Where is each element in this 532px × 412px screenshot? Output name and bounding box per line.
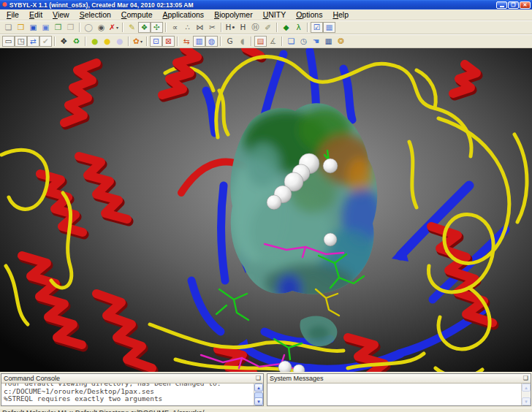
bond-tool-icon-glyph: ⋈ [196, 23, 204, 31]
export-image-icon-glyph: ❐ [55, 23, 61, 31]
save-icon[interactable]: ▣ [27, 22, 39, 33]
detach-panel-icon[interactable]: ❏ [256, 375, 261, 381]
scroll-up-icon[interactable]: ▲ [254, 384, 263, 392]
remote-display-icon[interactable]: ▦ [322, 36, 335, 47]
center-view-icon[interactable]: ✥ [58, 36, 70, 47]
refresh-view-icon[interactable]: ⇄ [27, 36, 39, 47]
toolbar-separator [307, 23, 308, 32]
system-messages-header[interactable]: System Messages ❏ [267, 374, 531, 384]
sketch-molecule-icon[interactable]: ✎ [126, 22, 138, 33]
new-file-icon[interactable]: ❏ [2, 22, 15, 33]
add-light-icon[interactable]: ● [88, 36, 101, 47]
add-label-icon[interactable]: ⊡ [150, 36, 162, 47]
dropdown-caret-icon: ▾ [140, 39, 142, 44]
sphere-display-icon[interactable]: ◍ [205, 36, 218, 47]
menu-item-biopolymer[interactable]: Biopolymer [209, 9, 258, 20]
license-icon-glyph: ❂ [338, 37, 344, 45]
show-hydrogens-icon-glyph: H [240, 23, 246, 31]
scroll-down-icon[interactable]: ▼ [254, 397, 263, 405]
menu-item-help[interactable]: Help [327, 9, 354, 20]
light-off-icon[interactable]: ● [113, 36, 126, 47]
scroll-up-icon[interactable]: ▲ [522, 384, 531, 392]
status-bar: Default Molecule: M1 :: Default Director… [0, 408, 532, 412]
save-as-icon[interactable]: ▣ [39, 22, 52, 33]
command-console-body[interactable]: Your default viewing directory, has been… [1, 384, 263, 405]
import-icon[interactable]: ❐ [64, 22, 77, 33]
open-file-icon[interactable]: ❒ [15, 22, 27, 33]
light-on-icon[interactable]: ● [101, 36, 113, 47]
add-hydrogens-icon[interactable]: H• [224, 22, 237, 33]
mouse-settings-icon[interactable]: ◖ [236, 36, 248, 47]
probe-tool-icon[interactable]: ✐ [262, 22, 274, 33]
remove-label-icon[interactable]: ⊠ [162, 36, 175, 47]
console-scrollbar[interactable]: ▲ ▼ [254, 384, 263, 405]
toolbar-separator [79, 23, 80, 32]
lasso-select-icon[interactable]: ◯ [83, 22, 95, 33]
menu-item-unity[interactable]: UNITY [258, 9, 292, 20]
add-label-icon-glyph: ⊡ [153, 37, 159, 45]
export-image-icon[interactable]: ❐ [52, 22, 64, 33]
delete-icon[interactable]: ✗▾ [107, 22, 120, 33]
status-text: Default Molecule: M1 :: Default Director… [2, 408, 204, 412]
menu-item-compute[interactable]: Compute [116, 9, 158, 20]
swap-colors-icon[interactable]: ⇆ [180, 36, 193, 47]
show-hydrogens-icon[interactable]: H [237, 22, 249, 33]
snapshot-icon-glyph: ◉ [98, 23, 104, 31]
window-manager-icon[interactable]: ❏ [285, 36, 297, 47]
join-atoms-icon-glyph: ∝ [172, 23, 178, 31]
detach-panel-icon[interactable]: ❏ [523, 375, 528, 381]
view-molecule-icon[interactable]: ❖ [138, 22, 151, 33]
hide-hydrogens-icon[interactable]: Ⓗ [249, 22, 262, 33]
menu-item-view[interactable]: View [48, 9, 75, 20]
system-messages-title: System Messages [270, 375, 523, 382]
fit-view-icon[interactable]: ◳ [15, 36, 27, 47]
apply-view-icon[interactable]: ✔ [39, 36, 52, 47]
viewport-3d[interactable] [0, 48, 532, 372]
license-icon[interactable]: ❂ [335, 36, 347, 47]
edit-molecule-icon[interactable]: ✣ [151, 22, 163, 33]
system-messages-body[interactable]: ▲ ▼ [267, 384, 531, 405]
close-button[interactable]: ✕ [520, 1, 531, 9]
display-window-icon-glyph: ▭ [5, 37, 12, 45]
restore-button[interactable]: ❐ [508, 1, 519, 9]
toolbar-row-2: ▭◳⇄✔✥♻●●●✿▾⊡⊠⇆▥◍G◖▤∡❏◷☚▦❂ [0, 34, 532, 48]
recenter-molecule-icon[interactable]: ♻ [70, 36, 83, 47]
display-window-icon[interactable]: ▭ [2, 36, 15, 47]
snapshot-icon[interactable]: ◉ [95, 22, 107, 33]
chirality-icon[interactable]: ∡ [267, 36, 279, 47]
minimize-button[interactable] [496, 1, 507, 9]
depth-cue-icon[interactable]: ▥ [193, 36, 205, 47]
menu-item-file[interactable]: File [1, 9, 24, 20]
title-bar[interactable]: ✺ SYBYL-X 1.1 (winnt_os5x), Created Mar … [0, 0, 532, 9]
measure-tool-icon[interactable]: λ [292, 22, 305, 33]
toolbar-separator [85, 37, 86, 46]
chirality-icon-glyph: ∡ [270, 37, 276, 45]
menu-item-applications[interactable]: Applications [157, 9, 209, 20]
scroll-down-icon[interactable]: ▼ [522, 397, 531, 405]
spreadsheet-icon-glyph: ▦ [326, 23, 333, 31]
pointer-mode-icon[interactable]: ☚ [310, 36, 322, 47]
minimize-energy-icon[interactable]: ◆ [280, 22, 292, 33]
menu-item-edit[interactable]: Edit [24, 9, 48, 20]
cut-bond-icon[interactable]: ✂ [206, 22, 218, 33]
remote-display-icon-glyph: ▦ [325, 37, 332, 45]
remove-label-icon-glyph: ⊠ [165, 37, 172, 45]
sphere-display-icon-glyph: ◍ [208, 37, 215, 45]
import-icon-glyph: ❐ [67, 23, 74, 31]
color-palette-icon[interactable]: ✿▾ [132, 36, 144, 47]
command-console-header[interactable]: Command Console ❏ [1, 374, 263, 384]
molecule-scene [0, 48, 532, 372]
fuse-fragments-icon[interactable]: ∴ [181, 22, 194, 33]
legend-icon[interactable]: ▤ [254, 36, 267, 47]
bond-tool-icon[interactable]: ⋈ [194, 22, 206, 33]
edit-molecule-icon-glyph: ✣ [153, 23, 160, 31]
messages-scrollbar[interactable]: ▲ ▼ [521, 384, 531, 405]
measure-tool-icon-glyph: λ [296, 23, 300, 31]
menu-item-options[interactable]: Options [291, 9, 327, 20]
spreadsheet-icon[interactable]: ▦ [323, 22, 335, 33]
menu-item-selection[interactable]: Selection [75, 9, 116, 20]
history-icon[interactable]: ◷ [297, 36, 310, 47]
gasteiger-charges-icon[interactable]: G [224, 36, 236, 47]
join-atoms-icon[interactable]: ∝ [169, 22, 181, 33]
selection-table-icon[interactable]: ☑ [311, 22, 323, 33]
